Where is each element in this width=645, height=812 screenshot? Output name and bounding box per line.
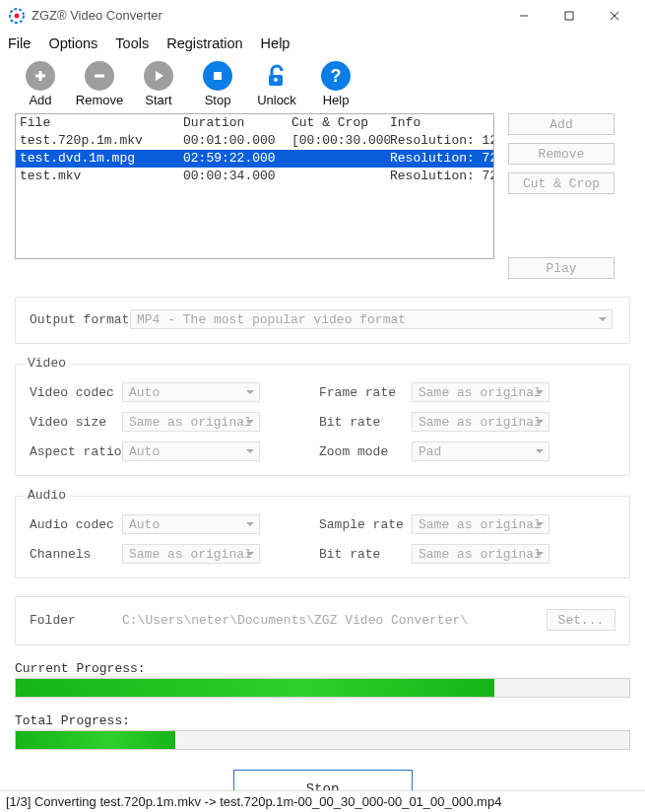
toolbar-add[interactable]: Add — [18, 61, 63, 107]
toolbar-unlock[interactable]: Unlock — [254, 61, 299, 107]
menu-registration[interactable]: Registration — [166, 35, 242, 51]
menu-file[interactable]: File — [8, 35, 31, 51]
aspect-ratio-select[interactable]: Auto — [122, 441, 260, 461]
help-icon: ? — [321, 61, 351, 91]
stop-icon — [203, 61, 232, 91]
output-format-select[interactable]: MP4 - The most popular video format — [130, 309, 613, 329]
zoom-mode-select[interactable]: Pad — [412, 441, 549, 461]
audio-codec-label: Audio codec — [30, 517, 122, 532]
unlock-icon — [262, 61, 291, 91]
folder-label: Folder — [30, 613, 102, 628]
titlebar: ZGZ® Video Converter — [0, 0, 645, 32]
video-section: Video Video codec Auto Frame rate Same a… — [15, 364, 630, 476]
svg-point-12 — [274, 78, 278, 82]
status-text: [1/3] Converting test.720p.1m.mkv -> tes… — [6, 794, 501, 809]
file-row[interactable]: test.mkv 00:00:34.000 Resolution: 720... — [16, 168, 493, 185]
header-file: File — [16, 114, 183, 132]
svg-rect-10 — [214, 72, 222, 80]
menu-help[interactable]: Help — [261, 35, 290, 51]
aspect-ratio-label: Aspect ratio — [30, 444, 122, 459]
header-duration: Duration — [183, 114, 291, 132]
folder-path: C:\Users\neter\Documents\ZGZ Video Conve… — [122, 613, 547, 628]
toolbar-remove[interactable]: Remove — [77, 61, 122, 107]
framerate-label: Frame rate — [319, 385, 412, 400]
minimize-button[interactable] — [501, 2, 547, 30]
toolbar-start-label: Start — [145, 93, 171, 107]
toolbar-add-label: Add — [29, 93, 51, 107]
video-bitrate-select[interactable]: Same as original vide — [412, 412, 549, 432]
total-progress-label: Total Progress: — [15, 713, 630, 728]
samplerate-select[interactable]: Same as original aud — [412, 514, 549, 534]
file-row[interactable]: test.720p.1m.mkv 00:01:00.000 [00:00:30.… — [16, 132, 493, 150]
toolbar-stop-label: Stop — [205, 93, 231, 107]
video-codec-label: Video codec — [30, 385, 122, 400]
toolbar: Add Remove Start Stop Unlock ? Help — [0, 57, 645, 113]
audio-section: Audio Audio codec Auto Sample rate Same … — [15, 496, 630, 578]
video-size-label: Video size — [30, 415, 122, 430]
total-progress-bar — [15, 730, 630, 750]
toolbar-remove-label: Remove — [76, 93, 123, 107]
folder-section: Folder C:\Users\neter\Documents\ZGZ Vide… — [15, 596, 630, 645]
side-add-button[interactable]: Add — [508, 113, 614, 135]
channels-select[interactable]: Same as original aud — [122, 544, 260, 564]
file-list-header: File Duration Cut & Crop Info — [16, 114, 493, 132]
window-title: ZGZ® Video Converter — [32, 8, 162, 23]
video-codec-select[interactable]: Auto — [122, 382, 260, 402]
header-info: Info — [390, 114, 493, 132]
file-row[interactable]: test.dvd.1m.mpg 02:59:22.000 Resolution:… — [16, 150, 493, 168]
file-list[interactable]: File Duration Cut & Crop Info test.720p.… — [15, 113, 494, 259]
svg-rect-3 — [565, 12, 573, 20]
menubar: File Options Tools Registration Help — [0, 32, 645, 57]
toolbar-start[interactable]: Start — [136, 61, 181, 107]
video-size-select[interactable]: Same as original vide — [122, 412, 260, 432]
toolbar-stop[interactable]: Stop — [195, 61, 240, 107]
app-logo-icon — [8, 7, 26, 25]
current-progress-bar — [15, 678, 630, 698]
video-legend: Video — [24, 356, 70, 371]
audio-bitrate-select[interactable]: Same as original aud — [412, 544, 549, 564]
status-bar: [1/3] Converting test.720p.1m.mkv -> tes… — [0, 790, 645, 812]
channels-label: Channels — [30, 547, 122, 562]
side-play-button[interactable]: Play — [508, 257, 614, 279]
video-bitrate-label: Bit rate — [319, 415, 412, 430]
samplerate-label: Sample rate — [319, 517, 412, 532]
folder-set-button[interactable]: Set... — [547, 609, 615, 631]
output-section: Output format MP4 - The most popular vid… — [15, 297, 630, 344]
svg-point-1 — [15, 13, 20, 18]
current-progress-label: Current Progress: — [15, 661, 630, 676]
minus-icon — [85, 61, 114, 91]
audio-codec-select[interactable]: Auto — [122, 514, 260, 534]
framerate-select[interactable]: Same as original vide — [412, 382, 549, 402]
audio-bitrate-label: Bit rate — [319, 547, 412, 562]
maximize-button[interactable] — [547, 2, 592, 30]
menu-tools[interactable]: Tools — [115, 35, 149, 51]
side-cutcrop-button[interactable]: Cut & Crop — [508, 172, 614, 194]
plus-icon — [26, 61, 55, 91]
audio-legend: Audio — [24, 488, 70, 503]
toolbar-help[interactable]: ? Help — [313, 61, 358, 107]
output-format-label: Output format — [30, 312, 122, 327]
toolbar-unlock-label: Unlock — [257, 93, 296, 107]
close-button[interactable] — [592, 2, 637, 30]
header-cutcrop: Cut & Crop — [291, 114, 390, 132]
toolbar-help-label: Help — [323, 93, 350, 107]
side-remove-button[interactable]: Remove — [508, 143, 614, 165]
menu-options[interactable]: Options — [48, 35, 97, 51]
svg-marker-9 — [156, 71, 163, 81]
play-icon — [144, 61, 173, 91]
zoom-mode-label: Zoom mode — [319, 444, 412, 459]
